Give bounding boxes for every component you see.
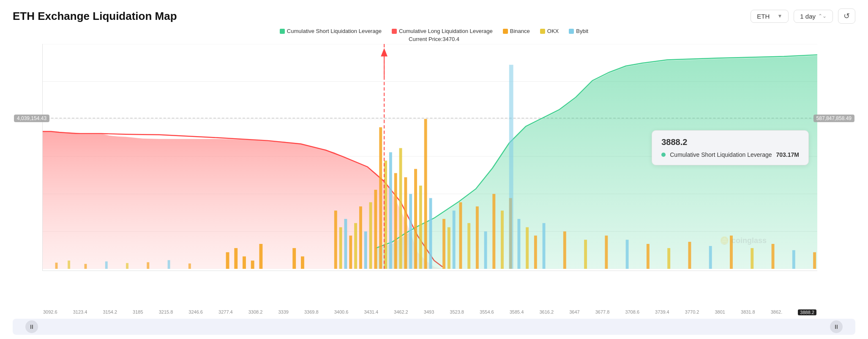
right-annotation: 587,847,858.49	[813, 115, 854, 122]
legend-label-long: Cumulative Long Liquidation Leverage	[399, 28, 493, 34]
tooltip-row: Cumulative Short Liquidation Leverage 70…	[661, 151, 799, 158]
legend-item-binance: Binance	[503, 28, 530, 34]
svg-rect-42	[467, 223, 470, 269]
tooltip-price: 3888.2	[661, 137, 799, 147]
asset-value: ETH	[757, 13, 770, 20]
svg-rect-41	[459, 202, 462, 269]
svg-rect-24	[379, 127, 382, 269]
page-title: ETH Exchange Liquidation Map	[13, 10, 177, 23]
svg-rect-30	[409, 194, 412, 269]
svg-rect-54	[605, 235, 608, 269]
svg-rect-10	[243, 257, 246, 269]
svg-rect-18	[349, 235, 352, 269]
svg-rect-55	[626, 240, 629, 269]
watermark: 🪙 coinglass	[720, 236, 767, 245]
svg-rect-50	[534, 235, 537, 269]
chart-area: 4,039,154.43 587,847,858.49 3888.2 Cumul…	[42, 44, 817, 271]
legend-item-bybit: Bybit	[569, 28, 588, 34]
svg-rect-20	[359, 206, 362, 269]
timeframe-value: 1 day	[800, 13, 816, 20]
svg-marker-36	[381, 48, 388, 57]
svg-rect-8	[226, 252, 229, 269]
svg-rect-49	[526, 227, 529, 269]
svg-rect-73	[509, 65, 513, 269]
legend-item-short: Cumulative Short Liquidation Leverage	[280, 28, 382, 34]
svg-rect-61	[751, 248, 753, 269]
svg-rect-16	[339, 227, 342, 269]
svg-rect-71	[168, 260, 170, 269]
asset-dropdown[interactable]: ETH ▼	[751, 10, 789, 23]
svg-rect-46	[501, 211, 504, 269]
legend-color-binance	[503, 29, 508, 34]
svg-rect-21	[364, 231, 367, 269]
x-axis-last-label: 3888.2	[798, 309, 816, 315]
svg-rect-44	[484, 231, 487, 269]
svg-rect-67	[85, 264, 87, 269]
svg-rect-23	[374, 190, 377, 269]
tooltip-label: Cumulative Short Liquidation Leverage	[670, 151, 772, 158]
x-axis: 3092.6 3123.4 3154.2 3185 3215.8 3246.6 …	[42, 309, 817, 315]
svg-rect-64	[813, 252, 816, 269]
refresh-button[interactable]: ↺	[838, 8, 855, 24]
asset-arrow: ▼	[777, 13, 782, 19]
svg-rect-32	[419, 186, 422, 269]
svg-rect-52	[563, 231, 566, 269]
tooltip-dot	[661, 153, 666, 157]
legend-color-short	[280, 29, 285, 34]
legend-label-binance: Binance	[510, 28, 530, 34]
svg-rect-19	[354, 223, 357, 269]
svg-rect-27	[394, 173, 397, 269]
svg-rect-48	[517, 219, 520, 269]
header-controls: ETH ▼ 1 day ⌃⌄ ↺	[751, 8, 855, 24]
svg-rect-13	[292, 248, 296, 269]
timeframe-arrow: ⌃⌄	[818, 13, 827, 19]
svg-rect-53	[584, 240, 587, 269]
svg-rect-33	[424, 119, 427, 269]
legend-label-bybit: Bybit	[576, 28, 588, 34]
timeframe-dropdown[interactable]: 1 day ⌃⌄	[794, 10, 833, 23]
svg-rect-34	[429, 198, 432, 269]
legend-item-okx: OKX	[540, 28, 559, 34]
svg-rect-57	[667, 248, 670, 269]
svg-rect-70	[147, 262, 149, 269]
left-annotation: 4,039,154.43	[14, 115, 49, 122]
svg-rect-31	[414, 169, 417, 269]
svg-rect-63	[792, 250, 795, 269]
pause-button-left[interactable]: ⏸	[25, 320, 38, 333]
tooltip-value: 703.17M	[776, 151, 799, 158]
svg-rect-28	[399, 148, 402, 269]
tooltip: 3888.2 Cumulative Short Liquidation Leve…	[652, 130, 809, 165]
pause-button-right[interactable]: ⏸	[830, 320, 843, 333]
svg-rect-43	[476, 206, 479, 269]
legend-label-short: Cumulative Short Liquidation Leverage	[287, 28, 382, 34]
svg-rect-9	[234, 248, 237, 269]
legend: Cumulative Short Liquidation Leverage Cu…	[13, 28, 855, 34]
svg-rect-11	[251, 260, 254, 269]
svg-rect-39	[448, 227, 450, 269]
svg-rect-62	[772, 244, 775, 269]
svg-rect-59	[709, 246, 712, 269]
svg-rect-56	[647, 244, 650, 269]
svg-rect-45	[492, 194, 495, 269]
bottom-controls: ⏸ ⏸	[13, 319, 855, 335]
svg-rect-17	[344, 219, 347, 269]
svg-rect-66	[68, 260, 70, 269]
svg-rect-25	[384, 161, 387, 269]
legend-color-bybit	[569, 29, 574, 34]
svg-rect-65	[55, 262, 58, 269]
svg-rect-26	[389, 152, 392, 269]
legend-color-okx	[540, 29, 545, 34]
svg-rect-58	[688, 242, 691, 269]
legend-item-long: Cumulative Long Liquidation Leverage	[392, 28, 493, 34]
legend-color-long	[392, 29, 397, 34]
svg-rect-51	[543, 223, 546, 269]
svg-rect-72	[188, 263, 191, 269]
svg-rect-38	[442, 219, 445, 269]
svg-rect-12	[259, 244, 262, 269]
header: ETH Exchange Liquidation Map ETH ▼ 1 day…	[13, 8, 855, 24]
svg-rect-14	[301, 257, 304, 269]
svg-rect-68	[105, 261, 108, 269]
svg-rect-22	[369, 202, 372, 269]
current-price-label: Current Price:3470.4	[13, 36, 855, 42]
svg-rect-69	[126, 263, 128, 269]
